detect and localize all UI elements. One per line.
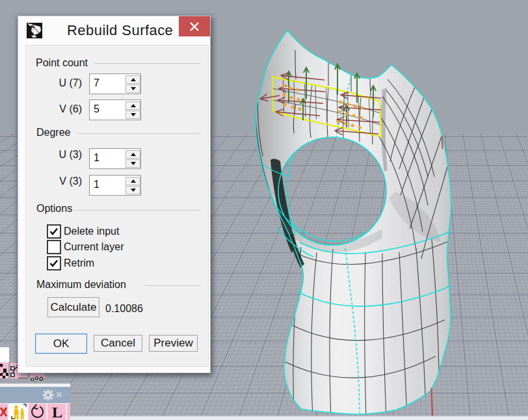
svg-text:L: L [52,404,62,420]
